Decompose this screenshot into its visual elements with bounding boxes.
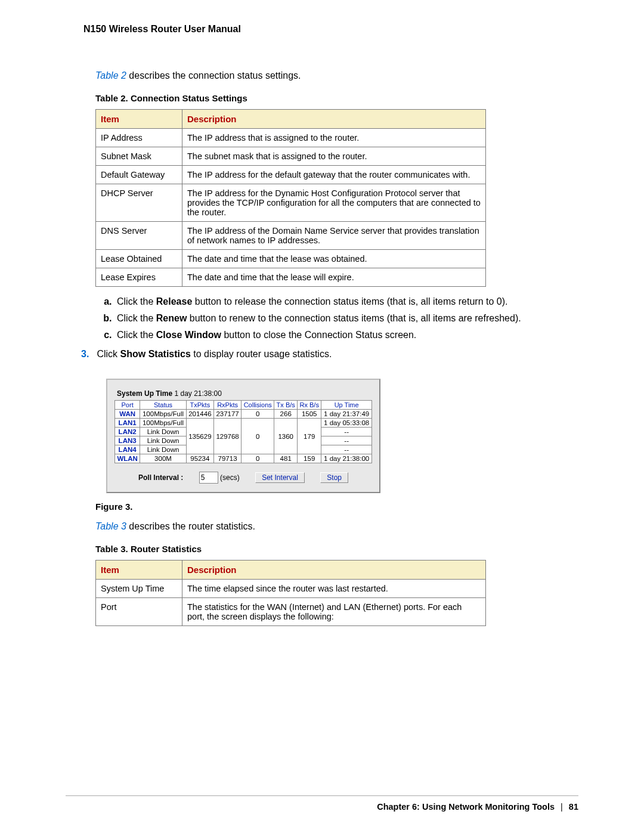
stop-button[interactable]: Stop bbox=[320, 472, 348, 483]
stats-cell: 1505 bbox=[298, 410, 321, 419]
table3: Item Description System Up TimeThe time … bbox=[95, 560, 486, 626]
substeps-list: Click the Release button to release the … bbox=[95, 295, 578, 342]
table-cell: The date and time that the lease will ex… bbox=[182, 268, 486, 287]
stats-cell: 266 bbox=[274, 410, 298, 419]
stats-cell: 1 day 05:33:08 bbox=[321, 419, 372, 428]
table3-h-desc: Description bbox=[182, 561, 486, 580]
stats-cell: LAN4 bbox=[115, 445, 140, 454]
stats-cell: 201446 bbox=[186, 410, 213, 419]
table-cell: The IP address of the Domain Name Servic… bbox=[182, 222, 486, 250]
set-interval-button[interactable]: Set Interval bbox=[255, 472, 305, 483]
table-cell: The IP address that is assigned to the r… bbox=[182, 129, 486, 147]
table3-h-item: Item bbox=[96, 561, 182, 580]
stats-cell: 1 day 21:38:00 bbox=[321, 454, 372, 463]
stats-cell: -- bbox=[321, 445, 372, 454]
figure3-caption: Figure 3. bbox=[95, 501, 578, 512]
table-cell: Port bbox=[96, 598, 182, 626]
stats-cell: -- bbox=[321, 436, 372, 445]
table-cell: The time elapsed since the router was la… bbox=[182, 580, 486, 598]
stats-cell: 0 bbox=[242, 454, 274, 463]
intro-table3: Table 3 describes the router statistics. bbox=[95, 521, 578, 532]
stats-cell: WLAN bbox=[115, 454, 140, 463]
stats-cell: 300M bbox=[140, 454, 186, 463]
table2-h-item: Item bbox=[96, 110, 182, 129]
stats-cell: LAN2 bbox=[115, 428, 140, 436]
stats-h-port: Port bbox=[115, 401, 140, 410]
step-a: Click the Release button to release the … bbox=[114, 295, 578, 308]
stats-cell: -- bbox=[321, 428, 372, 436]
table-cell: Subnet Mask bbox=[96, 147, 182, 166]
stats-cell: Link Down bbox=[140, 436, 186, 445]
statistics-table: Port Status TxPkts RxPkts Collisions Tx … bbox=[114, 400, 372, 463]
table-cell: The IP address for the default gateway t… bbox=[182, 166, 486, 184]
step-c: Click the Close Window button to close t… bbox=[114, 329, 578, 342]
stats-cell: 1360 bbox=[274, 419, 298, 454]
ref-table3: Table 3 bbox=[95, 521, 126, 531]
table-cell: The IP address for the Dynamic Host Conf… bbox=[182, 184, 486, 222]
stats-cell: WAN bbox=[115, 410, 140, 419]
stats-cell: LAN1 bbox=[115, 419, 140, 428]
stats-cell: 237177 bbox=[213, 410, 241, 419]
table3-title: Table 3. Router Statistics bbox=[95, 544, 578, 554]
step-3-number: 3. bbox=[81, 348, 94, 361]
stats-cell: 481 bbox=[274, 454, 298, 463]
footer-page-number: 81 bbox=[569, 802, 578, 812]
stats-cell: 159 bbox=[298, 454, 321, 463]
stats-cell: 79713 bbox=[213, 454, 241, 463]
document-title: N150 Wireless Router User Manual bbox=[66, 24, 578, 35]
stats-h-tx: TxPkts bbox=[186, 401, 213, 410]
stats-cell: 179 bbox=[298, 419, 321, 454]
stats-cell: LAN3 bbox=[115, 436, 140, 445]
table-cell: The statistics for the WAN (Internet) an… bbox=[182, 598, 486, 626]
table-cell: System Up Time bbox=[96, 580, 182, 598]
table2-title: Table 2. Connection Status Settings bbox=[95, 93, 578, 103]
table2-h-desc: Description bbox=[182, 110, 486, 129]
poll-interval-input[interactable] bbox=[199, 472, 218, 484]
stats-h-col: Collisions bbox=[242, 401, 274, 410]
table2: Item Description IP AddressThe IP addres… bbox=[95, 109, 486, 287]
stats-h-rx: RxPkts bbox=[213, 401, 241, 410]
stats-cell: 0 bbox=[242, 410, 274, 419]
stats-cell: Link Down bbox=[140, 428, 186, 436]
stats-cell: 129768 bbox=[213, 419, 241, 454]
stats-h-status: Status bbox=[140, 401, 186, 410]
stats-cell: 100Mbps/Full bbox=[140, 410, 186, 419]
intro-table2: Table 2 describes the connection status … bbox=[95, 70, 578, 81]
step-b: Click the Renew button to renew to the c… bbox=[114, 312, 578, 325]
page-footer: Chapter 6: Using Network Monitoring Tool… bbox=[66, 795, 578, 812]
stats-h-txbs: Tx B/s bbox=[274, 401, 298, 410]
table-cell: IP Address bbox=[96, 129, 182, 147]
table-cell: DHCP Server bbox=[96, 184, 182, 222]
table-cell: The date and time that the lease was obt… bbox=[182, 250, 486, 268]
system-uptime: System Up Time 1 day 21:38:00 bbox=[117, 389, 370, 398]
stats-cell: 1 day 21:37:49 bbox=[321, 410, 372, 419]
table-cell: DNS Server bbox=[96, 222, 182, 250]
stats-h-rxbs: Rx B/s bbox=[298, 401, 321, 410]
stats-cell: 95234 bbox=[186, 454, 213, 463]
stats-cell: Link Down bbox=[140, 445, 186, 454]
table-cell: Lease Obtained bbox=[96, 250, 182, 268]
poll-interval-unit: (secs) bbox=[220, 473, 240, 482]
ref-table2: Table 2 bbox=[95, 70, 126, 80]
poll-interval-label: Poll Interval : bbox=[138, 473, 183, 482]
step-3: 3. Click Show Statistics to display rout… bbox=[81, 348, 578, 361]
stats-cell: 100Mbps/Full bbox=[140, 419, 186, 428]
footer-chapter: Chapter 6: Using Network Monitoring Tool… bbox=[377, 802, 555, 812]
stats-cell: 0 bbox=[242, 419, 274, 454]
table-cell: The subnet mask that is assigned to the … bbox=[182, 147, 486, 166]
statistics-panel: System Up Time 1 day 21:38:00 Port Statu… bbox=[106, 379, 380, 493]
table-cell: Default Gateway bbox=[96, 166, 182, 184]
stats-cell: 135629 bbox=[186, 419, 213, 454]
table-cell: Lease Expires bbox=[96, 268, 182, 287]
stats-h-up: Up Time bbox=[321, 401, 372, 410]
footer-sep: | bbox=[561, 802, 563, 812]
